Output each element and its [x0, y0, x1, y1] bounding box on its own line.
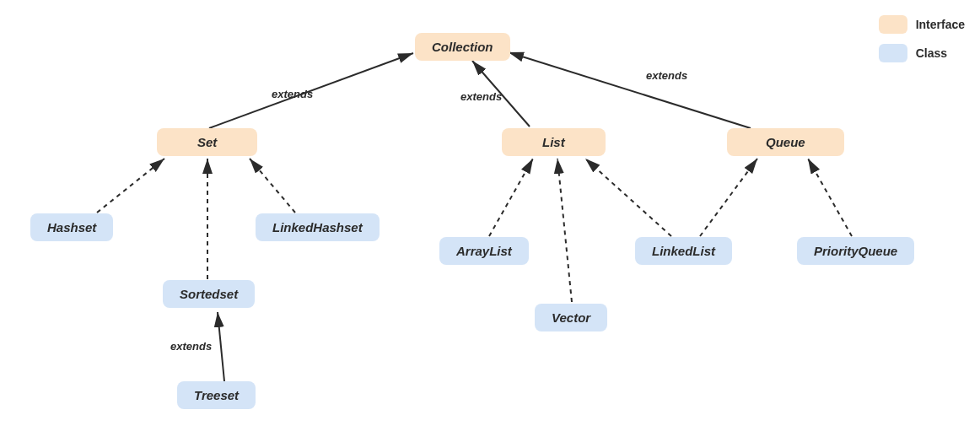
svg-line-2 [509, 52, 751, 128]
node-set: Set [157, 128, 257, 156]
svg-line-6 [218, 312, 224, 381]
svg-line-8 [557, 159, 572, 302]
edge-label-list-extends: extends [460, 90, 502, 103]
diagram-edges [0, 0, 980, 442]
edge-label-set-extends: extends [272, 88, 313, 100]
edge-label-sortedset-extends: extends [170, 340, 212, 353]
node-collection: Collection [415, 33, 510, 61]
legend: Interface Class [879, 15, 965, 62]
svg-line-11 [808, 159, 852, 236]
node-vector: Vector [535, 304, 607, 332]
node-linkedhashset: LinkedHashset [256, 213, 380, 241]
legend-row-interface: Interface [879, 15, 965, 34]
node-priorityqueue: PriorityQueue [797, 237, 914, 265]
svg-line-10 [700, 159, 757, 236]
node-linkedlist: LinkedList [635, 237, 732, 265]
legend-swatch-class [879, 44, 907, 62]
node-hashset: Hashset [30, 213, 113, 241]
svg-line-3 [97, 159, 164, 213]
svg-line-9 [585, 159, 671, 236]
node-treeset: Treeset [177, 381, 256, 409]
node-queue: Queue [727, 128, 844, 156]
svg-line-7 [489, 159, 533, 236]
edge-label-queue-extends: extends [646, 69, 687, 82]
legend-swatch-interface [879, 15, 907, 34]
node-sortedset: Sortedset [163, 280, 255, 308]
legend-label-class: Class [916, 46, 947, 60]
legend-row-class: Class [879, 44, 965, 62]
node-arraylist: ArrayList [439, 237, 529, 265]
svg-line-5 [250, 159, 295, 213]
node-list: List [502, 128, 606, 156]
legend-label-interface: Interface [916, 18, 965, 31]
